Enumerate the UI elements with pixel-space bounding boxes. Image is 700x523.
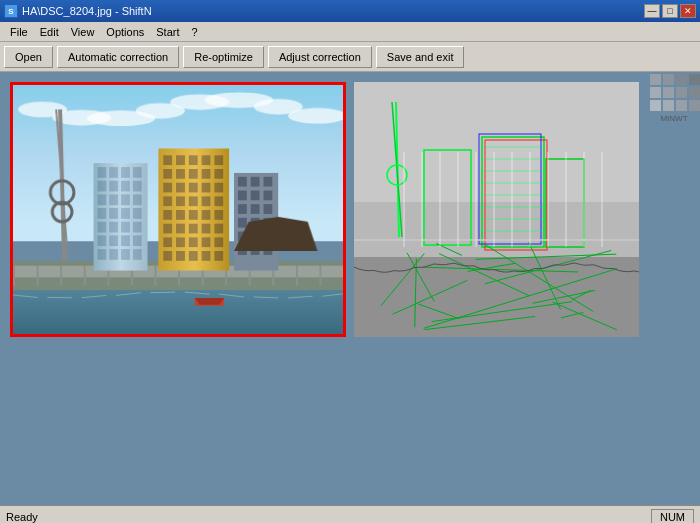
num-badge: NUM	[651, 509, 694, 524]
window-title: HA\DSC_8204.jpg - ShiftN	[22, 5, 152, 17]
menu-edit[interactable]: Edit	[34, 24, 65, 40]
original-image-canvas	[13, 85, 343, 334]
title-bar: S HA\DSC_8204.jpg - ShiftN — □ ✕	[0, 0, 700, 22]
edge-detection-canvas	[354, 82, 639, 337]
auto-correction-button[interactable]: Automatic correction	[57, 46, 179, 68]
title-bar-left: S HA\DSC_8204.jpg - ShiftN	[4, 4, 152, 18]
images-container	[0, 72, 700, 505]
menu-help[interactable]: ?	[186, 24, 204, 40]
menu-view[interactable]: View	[65, 24, 101, 40]
status-bar: Ready NUM	[0, 505, 700, 523]
watermark-grid	[648, 72, 700, 114]
close-button[interactable]: ✕	[680, 4, 696, 18]
status-text: Ready	[6, 511, 38, 523]
window-controls[interactable]: — □ ✕	[644, 4, 696, 18]
maximize-button[interactable]: □	[662, 4, 678, 18]
open-button[interactable]: Open	[4, 46, 53, 68]
edge-detection-image[interactable]	[354, 82, 639, 337]
watermark-container: MINWT	[648, 72, 700, 123]
save-exit-button[interactable]: Save and exit	[376, 46, 465, 68]
original-image[interactable]	[10, 82, 346, 337]
menu-start[interactable]: Start	[150, 24, 185, 40]
menu-file[interactable]: File	[4, 24, 34, 40]
toolbar: Open Automatic correction Re-optimize Ad…	[0, 42, 700, 72]
app-icon: S	[4, 4, 18, 18]
main-content: MINWT	[0, 72, 700, 505]
menu-options[interactable]: Options	[100, 24, 150, 40]
re-optimize-button[interactable]: Re-optimize	[183, 46, 264, 68]
watermark-text: MINWT	[648, 114, 700, 123]
minimize-button[interactable]: —	[644, 4, 660, 18]
adjust-correction-button[interactable]: Adjust correction	[268, 46, 372, 68]
menu-bar: File Edit View Options Start ?	[0, 22, 700, 42]
status-right: NUM	[651, 509, 694, 524]
